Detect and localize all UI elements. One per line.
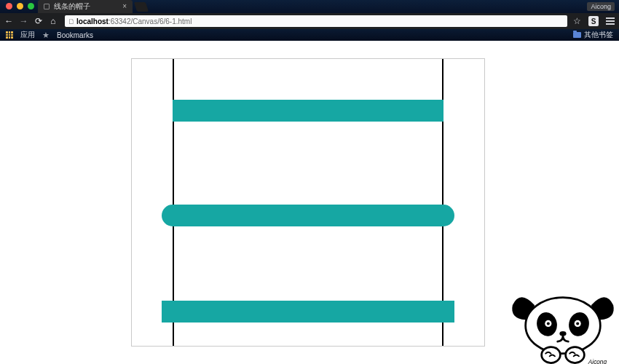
extension-s-icon[interactable]: S (588, 16, 599, 26)
home-button[interactable]: ⌂ (49, 16, 58, 26)
address-bar[interactable]: 🗋 localhost :63342/Canvas/6/6-1.html (65, 15, 567, 27)
profile-badge[interactable]: Aicong (587, 2, 615, 11)
hamburger-menu-icon[interactable] (606, 17, 615, 25)
tab-close-button[interactable]: × (122, 0, 127, 13)
url-host: localhost (76, 17, 109, 25)
page-viewport: Aicong (0, 41, 619, 364)
url-rest: :63342/Canvas/6/6-1.html (109, 17, 192, 25)
svg-point-5 (547, 322, 550, 325)
reload-button[interactable]: ⟳ (34, 16, 43, 26)
new-tab-button[interactable] (134, 2, 149, 12)
line-butt-cap (173, 100, 443, 122)
toolbar: ← → ⟳ ⌂ 🗋 localhost :63342/Canvas/6/6-1.… (0, 13, 619, 29)
artist-signature: Aicong (588, 359, 607, 364)
blank-favicon-icon (44, 4, 50, 9)
folder-icon (573, 32, 581, 38)
close-window-button[interactable] (6, 3, 12, 9)
other-bookmarks-label: 其他书签 (584, 30, 613, 40)
active-tab[interactable]: 线条的帽子 × (38, 0, 133, 13)
profile-badge-label: Aicong (591, 3, 611, 10)
demo-canvas (131, 58, 485, 347)
zoom-window-button[interactable] (28, 3, 34, 9)
bookmark-star-icon[interactable]: ☆ (573, 16, 581, 26)
apps-label[interactable]: 应用 (20, 30, 35, 40)
line-square-cap (162, 301, 454, 323)
bookmarks-label[interactable]: Bookmarks (57, 31, 93, 39)
bookmarks-bar: 应用 ★ Bookmarks 其他书签 (0, 29, 619, 41)
tab-title: 线条的帽子 (54, 0, 90, 13)
back-button[interactable]: ← (4, 16, 13, 26)
forward-button[interactable]: → (19, 16, 28, 26)
apps-icon[interactable] (6, 31, 13, 39)
svg-point-6 (576, 322, 579, 325)
panda-character-icon: Aicong (508, 287, 618, 364)
toolbar-right: ☆ S (573, 16, 615, 26)
line-round-cap (162, 205, 454, 226)
tab-strip: 线条的帽子 × Aicong (0, 0, 619, 13)
browser-chrome: 线条的帽子 × Aicong ← → ⟳ ⌂ 🗋 localhost :6334… (0, 0, 619, 41)
page-icon: 🗋 (68, 17, 75, 25)
bookmarks-star-icon: ★ (42, 31, 50, 40)
other-bookmarks[interactable]: 其他书签 (573, 30, 613, 40)
minimize-window-button[interactable] (17, 3, 23, 9)
svg-point-0 (526, 298, 601, 354)
window-controls (6, 3, 34, 9)
